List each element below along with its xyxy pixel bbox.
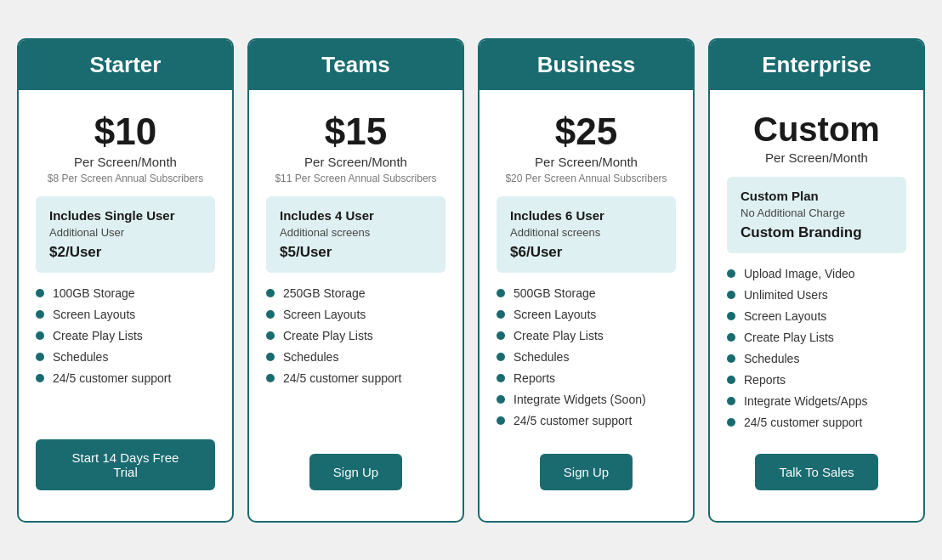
plan-includes-sub-enterprise: No Additional Charge bbox=[741, 206, 893, 219]
feature-text: 24/5 customer support bbox=[744, 416, 862, 429]
plan-cta-business: Sign Up bbox=[497, 454, 676, 507]
plan-feature-item: 24/5 customer support bbox=[727, 416, 906, 429]
cta-button-teams[interactable]: Sign Up bbox=[309, 454, 402, 490]
plan-features-teams: 250GB StorageScreen LayoutsCreate Play L… bbox=[266, 286, 445, 437]
plan-annual-teams: $11 Per Screen Annual Subscribers bbox=[266, 173, 445, 184]
plan-feature-item: Screen Layouts bbox=[36, 308, 215, 321]
bullet-icon bbox=[36, 289, 44, 297]
bullet-icon bbox=[497, 374, 505, 382]
plan-body-enterprise: CustomPer Screen/MonthCustom PlanNo Addi… bbox=[710, 90, 923, 521]
bullet-icon bbox=[727, 354, 735, 363]
bullet-icon bbox=[727, 291, 735, 299]
plan-feature-item: Schedules bbox=[727, 352, 906, 365]
feature-text: Screen Layouts bbox=[53, 308, 135, 321]
plan-feature-item: 24/5 customer support bbox=[36, 371, 215, 385]
plan-feature-item: Create Play Lists bbox=[497, 329, 676, 342]
plan-feature-item: Schedules bbox=[497, 350, 676, 364]
feature-text: Integrate Widgets/Apps bbox=[744, 394, 868, 408]
plan-feature-item: 500GB Storage bbox=[497, 286, 676, 300]
plan-feature-item: Screen Layouts bbox=[266, 308, 445, 321]
bullet-icon bbox=[727, 312, 735, 320]
feature-text: Schedules bbox=[744, 352, 799, 365]
plan-includes-title-enterprise: Custom Plan bbox=[741, 189, 893, 203]
plan-includes-box-enterprise: Custom PlanNo Additional ChargeCustom Br… bbox=[727, 177, 906, 253]
bullet-icon bbox=[727, 397, 735, 405]
bullet-icon bbox=[266, 353, 275, 361]
bullet-icon bbox=[36, 353, 44, 361]
feature-text: 500GB Storage bbox=[514, 286, 596, 300]
feature-text: 24/5 customer support bbox=[514, 414, 632, 427]
cta-button-business[interactable]: Sign Up bbox=[540, 454, 633, 490]
plan-feature-item: Upload Image, Video bbox=[727, 267, 906, 280]
plan-includes-price-starter: $2/User bbox=[49, 244, 201, 261]
feature-text: Screen Layouts bbox=[744, 309, 826, 323]
plan-features-business: 500GB StorageScreen LayoutsCreate Play L… bbox=[497, 286, 676, 437]
plan-card-teams: Teams$15Per Screen/Month$11 Per Screen A… bbox=[247, 38, 464, 523]
cta-button-starter[interactable]: Start 14 Days Free Trial bbox=[36, 439, 215, 490]
bullet-icon bbox=[266, 331, 275, 340]
feature-text: Reports bbox=[514, 371, 555, 385]
plan-header-business: Business bbox=[480, 40, 693, 90]
bullet-icon bbox=[727, 376, 735, 384]
bullet-icon bbox=[497, 331, 505, 340]
plan-feature-item: Integrate Widgets/Apps bbox=[727, 394, 906, 408]
plan-card-enterprise: EnterpriseCustomPer Screen/MonthCustom P… bbox=[708, 38, 925, 523]
plan-feature-item: Integrate Widgets (Soon) bbox=[497, 393, 676, 406]
plan-card-starter: Starter$10Per Screen/Month$8 Per Screen … bbox=[17, 38, 234, 523]
feature-text: Screen Layouts bbox=[283, 308, 366, 321]
bullet-icon bbox=[497, 416, 505, 425]
feature-text: 250GB Storage bbox=[283, 286, 366, 300]
feature-text: Create Play Lists bbox=[514, 329, 604, 342]
plan-includes-sub-starter: Additional User bbox=[49, 226, 201, 239]
plan-feature-item: Reports bbox=[497, 371, 676, 385]
plan-feature-item: 100GB Storage bbox=[36, 286, 215, 300]
plan-price-sub-business: Per Screen/Month bbox=[497, 155, 676, 169]
bullet-icon bbox=[497, 395, 505, 404]
bullet-icon bbox=[497, 289, 505, 297]
feature-text: Create Play Lists bbox=[53, 329, 143, 342]
plan-feature-item: Schedules bbox=[36, 350, 215, 364]
plan-header-title-teams: Teams bbox=[258, 52, 454, 78]
bullet-icon bbox=[36, 374, 44, 382]
feature-text: 24/5 customer support bbox=[283, 371, 401, 385]
plan-annual-starter: $8 Per Screen Annual Subscribers bbox=[36, 173, 215, 184]
plan-includes-price-teams: $5/User bbox=[280, 244, 432, 261]
cta-button-enterprise[interactable]: Talk To Sales bbox=[755, 454, 877, 490]
feature-text: Screen Layouts bbox=[514, 308, 596, 321]
plan-cta-enterprise: Talk To Sales bbox=[727, 454, 906, 507]
plan-price-starter: $10 bbox=[36, 110, 215, 153]
bullet-icon bbox=[36, 331, 44, 340]
plan-includes-price-business: $6/User bbox=[510, 244, 662, 261]
bullet-icon bbox=[727, 269, 735, 278]
feature-text: Schedules bbox=[514, 350, 569, 364]
plan-header-starter: Starter bbox=[19, 40, 232, 90]
plan-cta-starter: Start 14 Days Free Trial bbox=[36, 439, 215, 507]
plan-feature-item: 24/5 customer support bbox=[266, 371, 445, 385]
plan-feature-item: Create Play Lists bbox=[727, 331, 906, 344]
plan-includes-sub-teams: Additional screens bbox=[280, 226, 432, 239]
plan-includes-title-business: Includes 6 User bbox=[510, 208, 662, 223]
plan-cta-teams: Sign Up bbox=[266, 454, 445, 507]
bullet-icon bbox=[497, 353, 505, 361]
plan-header-enterprise: Enterprise bbox=[710, 40, 923, 90]
plan-feature-item: 24/5 customer support bbox=[497, 414, 676, 427]
plan-feature-item: Reports bbox=[727, 373, 906, 387]
plan-header-title-business: Business bbox=[488, 52, 684, 78]
plan-includes-title-teams: Includes 4 User bbox=[280, 208, 432, 223]
plan-feature-item: Screen Layouts bbox=[727, 309, 906, 323]
feature-text: Create Play Lists bbox=[283, 329, 373, 342]
feature-text: Upload Image, Video bbox=[744, 267, 855, 280]
pricing-container: Starter$10Per Screen/Month$8 Per Screen … bbox=[17, 38, 925, 523]
plan-includes-box-starter: Includes Single UserAdditional User$2/Us… bbox=[36, 196, 215, 273]
bullet-icon bbox=[497, 310, 505, 319]
plan-price-sub-starter: Per Screen/Month bbox=[36, 155, 215, 169]
plan-feature-item: Create Play Lists bbox=[36, 329, 215, 342]
bullet-icon bbox=[727, 333, 735, 342]
bullet-icon bbox=[727, 418, 735, 427]
plan-includes-price-enterprise: Custom Branding bbox=[741, 224, 893, 241]
plan-feature-item: Unlimited Users bbox=[727, 288, 906, 302]
bullet-icon bbox=[266, 374, 275, 382]
plan-includes-box-teams: Includes 4 UserAdditional screens$5/User bbox=[266, 196, 445, 273]
bullet-icon bbox=[36, 310, 44, 319]
plan-price-sub-teams: Per Screen/Month bbox=[266, 155, 445, 169]
